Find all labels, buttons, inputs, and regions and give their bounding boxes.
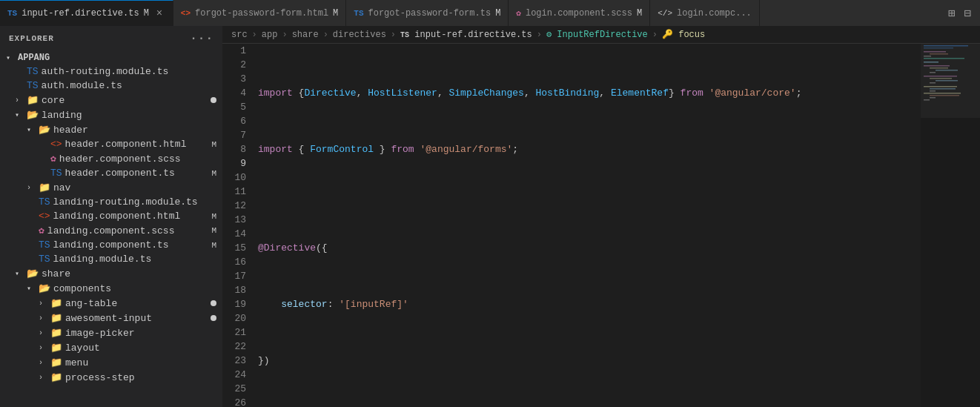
breadcrumb-class: ⚙ InputRefDirective bbox=[546, 29, 648, 40]
collapse-arrow: › bbox=[39, 314, 50, 322]
line-numbers: 12345 678910 1112131415 1617181920 21222… bbox=[222, 44, 258, 407]
breadcrumb-src: src bbox=[231, 30, 248, 40]
sidebar: EXPLORER ··· ▾ APPANG TS auth-routing.mo… bbox=[0, 26, 222, 407]
item-name: header.component.html bbox=[65, 139, 212, 150]
tab-html-icon: <> bbox=[181, 9, 191, 18]
sidebar-item-auth-module[interactable]: TS auth.module.ts bbox=[0, 79, 222, 93]
item-name: menu bbox=[65, 357, 222, 368]
breadcrumb-share: share bbox=[292, 30, 319, 40]
new-file-icon[interactable]: ··· bbox=[190, 32, 213, 45]
code-line: selector: '[inputRef]' bbox=[258, 297, 921, 311]
tab-close-button[interactable]: × bbox=[153, 7, 165, 19]
sidebar-item-process-step[interactable]: › 📁 process-step bbox=[0, 370, 222, 385]
split-editor-icon[interactable]: ⊞ bbox=[945, 4, 959, 22]
item-name: components bbox=[53, 283, 222, 294]
breadcrumb-member: 🔑 focus bbox=[662, 29, 705, 40]
root-label: APPANG bbox=[18, 53, 222, 63]
folder-icon: 📁 bbox=[50, 327, 62, 339]
collapse-arrow: ▾ bbox=[27, 284, 39, 293]
layout-icon[interactable]: ⊟ bbox=[961, 4, 974, 22]
item-name: header bbox=[53, 125, 222, 136]
sidebar-item-nav[interactable]: › 📁 nav bbox=[0, 180, 222, 195]
sidebar-content: ▾ APPANG TS auth-routing.module.ts TS au… bbox=[0, 51, 222, 407]
tab-forgot-password-form-ts[interactable]: TS forgot-password-form.ts M bbox=[346, 0, 509, 26]
ts-file-icon: TS bbox=[50, 168, 62, 179]
collapse-arrow: › bbox=[39, 300, 50, 308]
sidebar-item-landing-ts[interactable]: TS landing.component.ts M bbox=[0, 238, 222, 252]
sidebar-item-header-scss[interactable]: ✿ header.component.scss bbox=[0, 151, 222, 166]
ts-file-icon: TS bbox=[27, 80, 39, 91]
tab-ts-icon: TS bbox=[354, 9, 363, 18]
item-name: auth-routing.module.ts bbox=[42, 66, 222, 77]
sidebar-item-header-folder[interactable]: ▾ 📂 header bbox=[0, 122, 222, 137]
sidebar-item-landing[interactable]: ▾ 📂 landing bbox=[0, 107, 222, 122]
tab-login-scss[interactable]: ✿ login.component.scss M bbox=[509, 0, 650, 26]
sidebar-item-awesoment-input[interactable]: › 📁 awesoment-input bbox=[0, 311, 222, 325]
ts-file-icon: TS bbox=[39, 239, 50, 251]
item-name: landing-routing.module.ts bbox=[53, 196, 222, 208]
item-name: landing bbox=[42, 110, 222, 121]
sidebar-item-image-picker[interactable]: › 📁 image-picker bbox=[0, 325, 222, 340]
sidebar-item-menu[interactable]: › 📁 menu bbox=[0, 355, 222, 370]
sidebar-item-landing-html[interactable]: <> landing.component.html M bbox=[0, 209, 222, 223]
sidebar-item-layout[interactable]: › 📁 layout bbox=[0, 340, 222, 355]
breadcrumb-sep: › bbox=[282, 30, 287, 40]
item-name: auth.module.ts bbox=[42, 80, 222, 91]
breadcrumb-file: TS input-ref.directive.ts bbox=[400, 30, 532, 40]
sidebar-item-header-html[interactable]: <> header.component.html M bbox=[0, 137, 222, 151]
folder-icon: 📂 bbox=[39, 124, 50, 136]
item-name: ang-table bbox=[65, 298, 211, 309]
tab-modified-indicator: M bbox=[144, 8, 149, 19]
tab-input-ref-directive[interactable]: TS input-ref.directive.ts M × bbox=[0, 0, 173, 26]
sidebar-item-landing-scss[interactable]: ✿ landing.component.scss M bbox=[0, 223, 222, 238]
sidebar-item-header-ts[interactable]: TS header.component.ts M bbox=[0, 166, 222, 180]
ts-file-icon: TS bbox=[39, 196, 50, 208]
sidebar-item-landing-routing[interactable]: TS landing-routing.module.ts bbox=[0, 195, 222, 209]
code-editor[interactable]: 12345 678910 1112131415 1617181920 21222… bbox=[222, 44, 921, 407]
minimap bbox=[921, 44, 980, 407]
tab-bar: TS input-ref.directive.ts M × <> forgot-… bbox=[0, 0, 980, 26]
tab-forgot-password-form-html[interactable]: <> forgot-password-form.html M bbox=[173, 0, 346, 26]
folder-icon: 📂 bbox=[27, 268, 39, 279]
tab-ts-icon: TS bbox=[7, 9, 17, 18]
html-file-icon: <> bbox=[39, 211, 50, 222]
collapse-arrow: › bbox=[39, 359, 50, 367]
tab-modified-indicator: M bbox=[495, 8, 500, 19]
sidebar-item-appang[interactable]: ▾ APPANG bbox=[0, 51, 222, 64]
ts-file-icon: TS bbox=[39, 254, 50, 265]
ts-file-icon: TS bbox=[27, 66, 39, 77]
folder-icon: 📁 bbox=[50, 342, 62, 354]
folder-icon: 📂 bbox=[39, 282, 50, 294]
collapse-arrow: › bbox=[39, 344, 50, 352]
tab-label: forgot-password-form.ts bbox=[368, 8, 491, 19]
html-file-icon: <> bbox=[50, 139, 62, 150]
svg-rect-23 bbox=[921, 44, 980, 118]
main-layout: EXPLORER ··· ▾ APPANG TS auth-routing.mo… bbox=[0, 26, 980, 407]
code-line: @Directive({ bbox=[258, 241, 921, 255]
item-name: landing.component.ts bbox=[53, 239, 212, 251]
item-name: awesoment-input bbox=[65, 313, 211, 324]
tab-label: login.compc... bbox=[677, 8, 752, 19]
breadcrumb-sep: › bbox=[537, 30, 542, 40]
sidebar-item-core[interactable]: › 📁 core bbox=[0, 93, 222, 107]
sidebar-item-components[interactable]: ▾ 📂 components bbox=[0, 281, 222, 296]
code-lines[interactable]: import {Directive, HostListener, SimpleC… bbox=[258, 44, 921, 407]
folder-icon: 📁 bbox=[50, 297, 62, 309]
breadcrumb-sep: › bbox=[323, 30, 328, 40]
tab-label: forgot-password-form.html bbox=[195, 8, 328, 19]
sidebar-item-auth-routing[interactable]: TS auth-routing.module.ts bbox=[0, 64, 222, 79]
modified-badge: M bbox=[211, 212, 216, 221]
tab-login-comp[interactable]: </> login.compc... bbox=[650, 0, 760, 26]
tab-label: login.component.scss bbox=[526, 8, 632, 19]
breadcrumb-app: app bbox=[262, 30, 278, 40]
sidebar-header-actions: ··· bbox=[190, 32, 213, 45]
sidebar-item-share[interactable]: ▾ 📂 share bbox=[0, 266, 222, 281]
item-name: image-picker bbox=[65, 328, 222, 339]
sidebar-item-landing-module[interactable]: TS landing.module.ts bbox=[0, 252, 222, 266]
sidebar-item-ang-table[interactable]: › 📁 ang-table bbox=[0, 296, 222, 311]
folder-icon: 📁 bbox=[50, 371, 62, 383]
folder-icon: 📁 bbox=[39, 182, 50, 193]
code-line: }) bbox=[258, 354, 921, 368]
folder-icon: 📁 bbox=[50, 357, 62, 368]
item-name: nav bbox=[53, 182, 222, 193]
